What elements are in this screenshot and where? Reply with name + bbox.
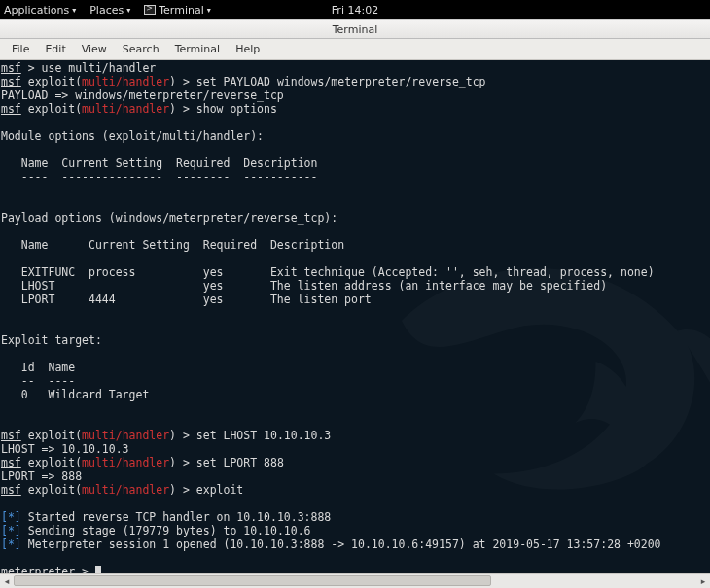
menu-terminal[interactable]: Terminal bbox=[167, 40, 229, 58]
scroll-left-arrow-icon[interactable]: ◂ bbox=[0, 575, 14, 588]
gnome-topbar: Applications ▾ Places ▾ Terminal ▾ Fri 1… bbox=[0, 0, 710, 19]
menu-search[interactable]: Search bbox=[115, 40, 167, 58]
clock[interactable]: Fri 14:02 bbox=[332, 4, 378, 17]
terminal-output: msf > use multi/handler msf exploit(mult… bbox=[0, 60, 710, 573]
scroll-right-arrow-icon[interactable]: ▸ bbox=[696, 575, 710, 588]
terminal-pane[interactable]: msf > use multi/handler msf exploit(mult… bbox=[0, 60, 710, 573]
scroll-track[interactable] bbox=[14, 574, 696, 588]
cursor bbox=[95, 566, 101, 573]
caret-down-icon: ▾ bbox=[126, 6, 130, 15]
menubar: File Edit View Search Terminal Help bbox=[0, 39, 710, 60]
applications-menu[interactable]: Applications ▾ bbox=[4, 4, 76, 17]
menu-view[interactable]: View bbox=[74, 40, 115, 58]
menu-help[interactable]: Help bbox=[228, 40, 267, 58]
terminal-label: Terminal bbox=[159, 4, 204, 17]
window-title: Terminal bbox=[333, 23, 378, 36]
menu-file[interactable]: File bbox=[4, 40, 37, 58]
horizontal-scrollbar[interactable]: ◂ ▸ bbox=[0, 573, 710, 588]
places-menu[interactable]: Places ▾ bbox=[89, 4, 130, 17]
terminal-launcher[interactable]: Terminal ▾ bbox=[144, 4, 211, 17]
applications-label: Applications bbox=[4, 4, 69, 17]
menu-edit[interactable]: Edit bbox=[37, 40, 73, 58]
window-titlebar[interactable]: Terminal bbox=[0, 19, 710, 39]
caret-down-icon: ▾ bbox=[207, 6, 211, 15]
scroll-thumb[interactable] bbox=[14, 575, 491, 586]
places-label: Places bbox=[89, 4, 124, 17]
caret-down-icon: ▾ bbox=[72, 6, 76, 15]
terminal-icon bbox=[144, 5, 156, 15]
